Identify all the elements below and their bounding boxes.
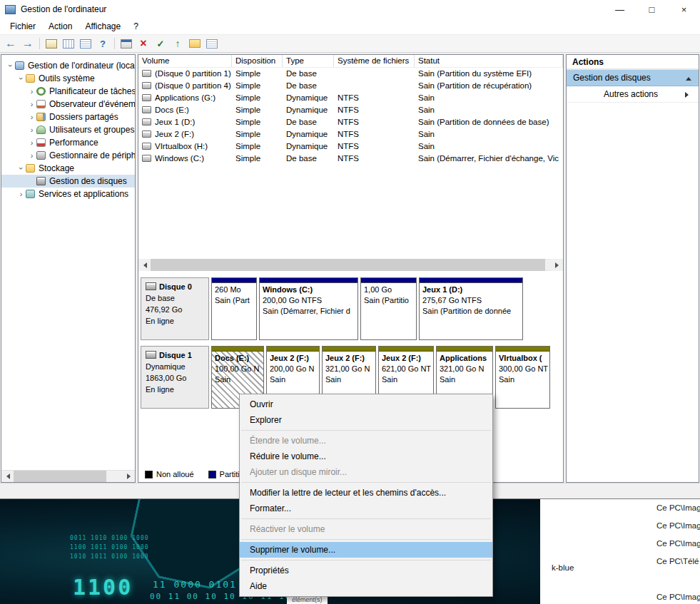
close-button[interactable]: ×	[668, 0, 700, 19]
scroll-thumb[interactable]	[151, 259, 545, 271]
file-row[interactable]: Ce PC\Imag	[540, 499, 700, 517]
chevron-icon[interactable]	[16, 190, 26, 198]
menubar-item[interactable]: Fichier	[4, 19, 42, 34]
maximize-button[interactable]: □	[636, 0, 668, 19]
chevron-icon[interactable]	[6, 61, 15, 70]
context-menu-item[interactable]	[241, 482, 491, 483]
tree-item[interactable]: Dossiers partagés	[1, 111, 135, 123]
column-header-statut[interactable]: Statut	[415, 55, 563, 67]
column-header-disposition[interactable]: Disposition	[232, 55, 283, 67]
context-menu-item[interactable]: Réduire le volume...	[240, 449, 492, 464]
scroll-left-button[interactable]	[1, 471, 14, 483]
toolbar-separator[interactable]	[39, 38, 40, 49]
volume-name: Applications (G:)	[155, 93, 215, 102]
menubar-item[interactable]: Action	[42, 19, 78, 34]
tree-item[interactable]: Gestionnaire de périphé	[1, 149, 135, 162]
tree-item[interactable]: Performance	[1, 136, 135, 149]
volume-row[interactable]: Docs (E:) Simple Dynamique NTFS Sain	[138, 104, 563, 116]
partition-block[interactable]: Jeux 1 (D:) 275,67 Go NTFS Sain (Partiti…	[419, 277, 523, 340]
tree-horizontal-scrollbar[interactable]	[1, 470, 135, 482]
tree-item[interactable]: Observateur d'événeme	[1, 98, 135, 111]
disk-info-box[interactable]: Disque 0 De base 476,92 Go En ligne	[141, 277, 209, 340]
chevron-icon[interactable]	[27, 113, 36, 121]
partition-status: Sain	[270, 374, 316, 385]
minimize-button[interactable]: —	[604, 0, 636, 19]
context-menu-item[interactable]: Propriétés	[240, 563, 492, 578]
forward-icon[interactable]: →	[20, 36, 36, 51]
menubar-item[interactable]: ?	[127, 19, 145, 34]
chevron-icon[interactable]	[27, 138, 36, 147]
tree-item[interactable]: Utilisateurs et groupes l	[1, 123, 135, 136]
volume-row[interactable]: Jeux 2 (F:) Simple Dynamique NTFS Sain	[138, 128, 563, 140]
tree-item[interactable]: Gestion de l'ordinateur (local)	[1, 59, 135, 72]
context-menu-item[interactable]	[241, 539, 491, 540]
tree-item[interactable]: Stockage	[1, 162, 135, 175]
chevron-icon[interactable]	[16, 164, 26, 173]
context-menu-item[interactable]: Formater...	[240, 501, 492, 516]
volume-row[interactable]: Windows (C:) Simple De base NTFS Sain (D…	[138, 153, 563, 165]
column-header-type[interactable]: Type	[283, 55, 334, 67]
volume-row[interactable]: Jeux 1 (D:) Simple De base NTFS Sain (Pa…	[138, 116, 563, 128]
tree-item[interactable]: Gestion des disques	[1, 175, 135, 188]
back-icon[interactable]: ←	[3, 36, 19, 51]
scroll-right-button[interactable]	[123, 471, 135, 483]
console-prompt-icon[interactable]	[118, 36, 134, 51]
file-row[interactable]: Ce PC\Imag	[540, 535, 700, 553]
context-menu-item[interactable]: Aide	[240, 578, 492, 594]
volume-type: Dynamique	[283, 128, 334, 140]
actions-section-disk-management[interactable]: Gestion des disques	[567, 70, 699, 86]
chevron-icon[interactable]	[27, 100, 36, 108]
chevron-icon[interactable]	[27, 151, 36, 160]
partition-block[interactable]: Windows (C:) 200,00 Go NTFS Sain (Démarr…	[259, 277, 358, 340]
menubar-item[interactable]: Affichage	[78, 19, 127, 34]
partition-status: Sain (Démarrer, Fichier d	[263, 306, 355, 317]
scroll-left-button[interactable]	[138, 259, 151, 271]
context-menu-item[interactable]: Ouvrir	[240, 396, 492, 412]
delete-volume-icon[interactable]: ×	[136, 36, 151, 51]
context-menu-item[interactable]	[241, 518, 491, 519]
context-menu-item[interactable]: Supprimer le volume...	[240, 542, 492, 558]
console-window-icon[interactable]	[44, 36, 59, 51]
chevron-icon[interactable]	[27, 87, 36, 96]
volume-row[interactable]: (Disque 0 partition 4) Simple De base Sa…	[138, 80, 563, 92]
chevron-icon[interactable]	[16, 74, 26, 83]
partition-block[interactable]: 1,00 Go Sain (Partitio	[360, 277, 417, 340]
file-row[interactable]: Ce PC\Imag	[540, 588, 700, 604]
tree-item[interactable]: Outils système	[1, 72, 135, 85]
view-list-icon[interactable]	[204, 36, 220, 51]
context-menu-item[interactable]: Explorer	[240, 412, 492, 428]
actions-more-actions[interactable]: Autres actions	[567, 86, 699, 103]
disk-info-box[interactable]: Disque 1 Dynamique 1863,00 Go En ligne	[141, 346, 209, 409]
file-row[interactable]	[540, 570, 700, 588]
context-menu-item[interactable]: Étendre le volume...	[240, 433, 492, 449]
volume-row[interactable]: Applications (G:) Simple Dynamique NTFS …	[138, 92, 563, 104]
file-row[interactable]: Ce PC\Imag	[540, 517, 700, 535]
toolbar-separator[interactable]	[114, 38, 115, 49]
context-menu-item[interactable]: Réactiver le volume	[240, 521, 492, 537]
column-header-volume[interactable]: Volume	[138, 55, 232, 67]
volume-disposition: Simple	[232, 104, 283, 116]
partition-title: Docs (E:)	[215, 353, 260, 364]
scroll-right-button[interactable]	[551, 259, 563, 271]
context-menu-item[interactable]: Modifier la lettre de lecteur et les che…	[240, 485, 492, 501]
partition-block[interactable]: VIrtualbox ( 300,00 Go NT Sain	[495, 346, 550, 409]
volume-row[interactable]: (Disque 0 partition 1) Simple De base Sa…	[138, 68, 563, 80]
column-header-fs[interactable]: Système de fichiers	[334, 55, 415, 67]
scroll-thumb[interactable]	[14, 471, 106, 483]
collapse-caret-icon[interactable]	[686, 74, 691, 81]
help-icon[interactable]: ?	[95, 36, 111, 51]
mark-active-icon[interactable]: ✓	[153, 36, 168, 51]
volume-list-scrollbar[interactable]	[138, 259, 563, 271]
folder-edit-icon[interactable]	[187, 36, 203, 51]
tree-item[interactable]: Services et applications	[1, 188, 135, 200]
export-list-icon[interactable]	[61, 36, 76, 51]
tree-item[interactable]: Planificateur de tâches	[1, 85, 135, 98]
chevron-icon[interactable]	[27, 126, 36, 134]
context-menu-item[interactable]	[241, 430, 491, 431]
properties-table-icon[interactable]	[78, 36, 93, 51]
folder-up-icon[interactable]: ↑	[170, 36, 186, 51]
context-menu-item[interactable]: Ajouter un disque miroir...	[240, 464, 492, 480]
context-menu-item[interactable]	[241, 560, 491, 561]
volume-row[interactable]: VIrtualbox (H:) Simple Dynamique NTFS Sa…	[138, 140, 563, 153]
partition-block[interactable]: 260 Mo Sain (Part	[211, 277, 257, 340]
